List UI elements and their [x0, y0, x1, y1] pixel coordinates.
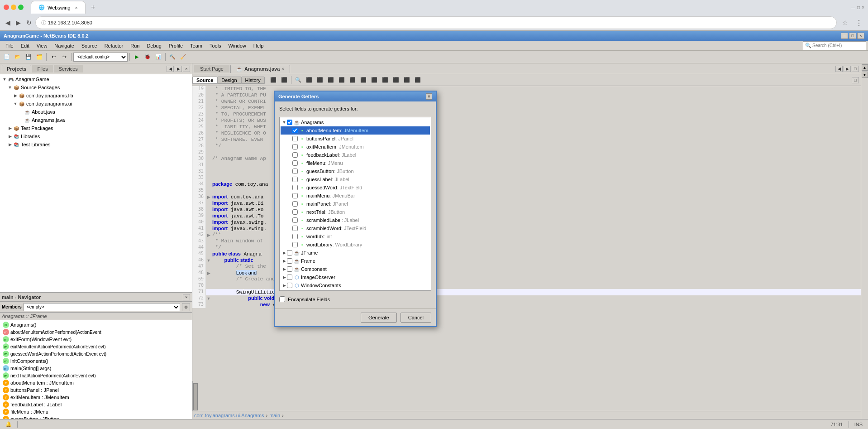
nb-close-btn[interactable]: ×: [857, 33, 864, 39]
chrome-min-btn[interactable]: [11, 5, 16, 10]
save-btn[interactable]: 💾: [24, 52, 33, 62]
dialog-check-frame[interactable]: [287, 258, 292, 264]
nb-min-btn[interactable]: –: [841, 33, 848, 39]
dialog-item-imageobserver[interactable]: ▶ ⬡ ImageObserver: [281, 273, 430, 281]
dialog-check-nexttrial[interactable]: [292, 209, 298, 215]
menu-profile[interactable]: Profile: [165, 42, 186, 49]
dialog-item-wordidx[interactable]: ▪ wordIdx : int: [281, 232, 430, 241]
dialog-expand-root[interactable]: ▼: [281, 120, 287, 125]
dialog-check-mainmenu[interactable]: [292, 193, 298, 198]
chrome-tab-close[interactable]: ×: [75, 5, 78, 10]
dialog-check-component[interactable]: [287, 266, 292, 272]
menu-refactor[interactable]: Refactor: [101, 42, 127, 49]
dialog-item-filemenu[interactable]: ▪ fileMenu : JMenu: [281, 159, 430, 167]
dialog-check-filemenu[interactable]: [292, 160, 298, 166]
menu-file[interactable]: File: [2, 42, 17, 49]
chrome-reload-btn[interactable]: ↻: [24, 17, 33, 28]
dialog-item-wordlibrary[interactable]: ▪ wordLibrary : WordLibrary: [281, 241, 430, 249]
redo-btn[interactable]: ↪: [59, 52, 69, 62]
dialog-check-wordidx[interactable]: [292, 234, 298, 239]
config-select[interactable]: <default config>: [73, 53, 128, 62]
dialog-item-scrambledword[interactable]: ▪ scrambledWord : JTextField: [281, 224, 430, 232]
dialog-check-feedbacklabel[interactable]: [292, 152, 298, 158]
dialog-item-windowconstants[interactable]: ▶ ⬡ WindowConstants: [281, 281, 430, 289]
dialog-item-guessbutton[interactable]: ▪ guessButton : JButton: [281, 167, 430, 175]
dialog-item-nexttrial[interactable]: ▪ nextTrial : JButton: [281, 208, 430, 216]
menu-source[interactable]: Source: [78, 42, 101, 49]
dialog-check-scrambledlabel[interactable]: [292, 217, 298, 223]
dialog-check-axitmenuitem[interactable]: [292, 144, 298, 149]
dialog-close-btn[interactable]: ×: [426, 93, 432, 100]
search-input[interactable]: [812, 43, 858, 48]
dialog-expand-imageobserver[interactable]: ▶: [281, 275, 287, 280]
dialog-expand-windowconstants[interactable]: ▶: [281, 283, 287, 288]
menu-navigate[interactable]: Navigate: [51, 42, 77, 49]
dialog-label: Select fields to generate getters for:: [279, 106, 431, 111]
nb-title-text: AnagramGame - NetBeans IDE 8.0.2: [4, 33, 89, 39]
encapsulate-checkbox[interactable]: [279, 296, 285, 302]
chrome-forward-btn[interactable]: ▶: [14, 17, 23, 28]
dialog-item-frame[interactable]: ▶ ☕ Frame: [281, 257, 430, 265]
imageobserver-label: ImageObserver: [301, 275, 335, 280]
menu-edit[interactable]: Edit: [17, 42, 33, 49]
status-notification: 🔔: [4, 421, 14, 427]
dialog-item-guessedword[interactable]: ▪ guessedWord : JTextField: [281, 183, 430, 192]
dialog-check-root[interactable]: [287, 120, 292, 125]
dialog-item-buttonspanel[interactable]: ▪ buttonsPanel : JPanel: [281, 135, 430, 143]
chrome-tab-title: Webswing: [48, 5, 71, 10]
build-btn[interactable]: 🔨: [167, 52, 177, 62]
chrome-tab-webswing[interactable]: 🌐 Webswing ×: [31, 1, 86, 14]
dialog-item-axitmenuitem[interactable]: ▪ axitMenuItem : JMenuItem: [281, 143, 430, 151]
dialog-check-scrambledword[interactable]: [292, 226, 298, 231]
menu-run[interactable]: Run: [127, 42, 143, 49]
clean-btn[interactable]: 🧹: [178, 52, 188, 62]
dialog-check-aboutmenuitem[interactable]: [292, 128, 298, 133]
chrome-menu-icon[interactable]: ⋮: [854, 19, 864, 27]
dialog-item-feedbacklabel[interactable]: ▪ feedbackLabel : JLabel: [281, 151, 430, 159]
cancel-btn[interactable]: Cancel: [401, 313, 431, 323]
chrome-close-btn[interactable]: [4, 5, 9, 10]
nb-max-btn[interactable]: □: [849, 33, 856, 39]
dialog-item-guesslabel[interactable]: ▪ guessLabel : JLabel: [281, 175, 430, 183]
open-project-btn[interactable]: 📂: [13, 52, 23, 62]
dialog-item-component[interactable]: ▶ ☕ Component: [281, 265, 430, 273]
dialog-check-jframe[interactable]: [287, 250, 292, 255]
save-all-btn[interactable]: 🗂️: [34, 52, 44, 62]
chrome-new-tab-btn[interactable]: +: [91, 3, 95, 11]
dialog-check-guessedword[interactable]: [292, 185, 298, 190]
nb-search-box[interactable]: 🔍: [803, 41, 866, 50]
dialog-item-jframe[interactable]: ▶ ☕ JFrame: [281, 249, 430, 257]
dialog-expand-component[interactable]: ▶: [281, 267, 287, 271]
menu-help[interactable]: Help: [250, 42, 267, 49]
generate-btn[interactable]: Generate: [361, 313, 397, 323]
dialog-check-imageobserver[interactable]: [287, 275, 292, 280]
dialog-item-mainpanel[interactable]: ▪ mainPanel : JPanel: [281, 200, 430, 208]
dialog-item-scrambledlabel[interactable]: ▪ scrambledLabel : JLabel: [281, 216, 430, 224]
menu-debug[interactable]: Debug: [143, 42, 165, 49]
dialog-check-guesslabel[interactable]: [292, 177, 298, 182]
dialog-check-buttonspanel[interactable]: [292, 136, 298, 141]
dialog-item-mainmenu[interactable]: ▪ mainMenu : JMenuBar: [281, 192, 430, 200]
menu-window[interactable]: Window: [225, 42, 250, 49]
nb-titlebar: AnagramGame - NetBeans IDE 8.0.2 – □ ×: [0, 31, 868, 41]
chrome-max-btn[interactable]: [18, 5, 24, 10]
undo-btn[interactable]: ↩: [48, 52, 58, 62]
debug-btn[interactable]: 🐞: [143, 52, 153, 62]
chrome-address-bar[interactable]: ⓘ 192.168.2.104:8080: [35, 16, 837, 29]
dialog-expand-jframe[interactable]: ▶: [281, 251, 287, 255]
new-project-btn[interactable]: 📄: [2, 52, 12, 62]
dialog-check-mainpanel[interactable]: [292, 201, 298, 207]
menu-tools[interactable]: Tools: [206, 42, 225, 49]
dialog-tree-root[interactable]: ▼ ☕ Anagrams: [281, 118, 430, 126]
dialog-expand-frame[interactable]: ▶: [281, 259, 287, 263]
run-btn[interactable]: ▶: [132, 52, 142, 62]
menu-team[interactable]: Team: [186, 42, 206, 49]
dialog-check-wordlibrary[interactable]: [292, 242, 298, 247]
chrome-bookmark-btn[interactable]: ☆: [839, 19, 852, 26]
profile-btn[interactable]: 📊: [153, 52, 163, 62]
dialog-item-aboutmenuitem[interactable]: ▪ aboutMenuItem : JMenuItem: [281, 126, 430, 135]
dialog-check-windowconstants[interactable]: [287, 283, 292, 288]
dialog-check-guessbutton[interactable]: [292, 169, 298, 174]
menu-view[interactable]: View: [33, 42, 51, 49]
chrome-back-btn[interactable]: ◀: [4, 17, 12, 28]
